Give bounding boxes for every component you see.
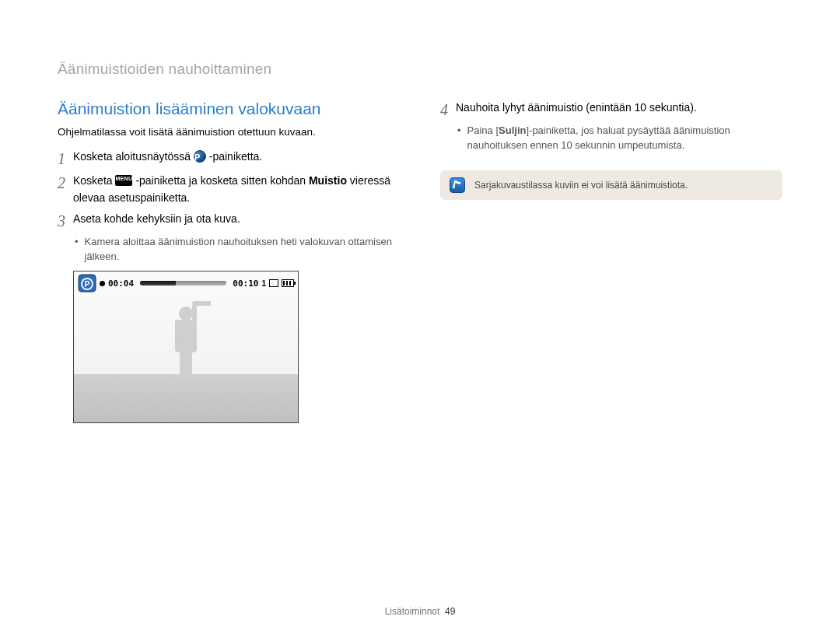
- step-1: 1 Kosketa aloitusnäytössä P -painiketta.: [58, 149, 411, 168]
- camera-preview-figure: P 00:04 00:10 1: [73, 271, 299, 423]
- battery-icon: [282, 279, 294, 287]
- info-icon: [450, 177, 465, 193]
- camera-shot-count: 1: [261, 279, 266, 288]
- section-title: Äänimuistion lisääminen valokuvaan: [58, 100, 411, 118]
- menu-icon: MENU: [115, 175, 132, 186]
- step-number: 1: [58, 149, 73, 168]
- step-3: 3 Aseta kohde kehyksiin ja ota kuva.: [58, 211, 411, 230]
- camera-time-elapsed: 00:04: [108, 278, 134, 289]
- step4-bullet-bold: Suljin: [499, 124, 526, 136]
- step3-text: Aseta kohde kehyksiin ja ota kuva.: [73, 212, 240, 225]
- camera-mode-p-icon: P: [78, 274, 96, 292]
- record-dot-icon: [100, 281, 105, 286]
- step2-pre: Kosketa: [73, 174, 115, 187]
- note-text: Sarjakuvaustilassa kuviin ei voi lisätä …: [474, 180, 688, 191]
- svg-text:P: P: [85, 280, 90, 289]
- step-number: 2: [58, 173, 73, 192]
- info-note: Sarjakuvaustilassa kuviin ei voi lisätä …: [440, 170, 782, 200]
- step1-pre: Kosketa aloitusnäytössä: [73, 150, 194, 163]
- svg-point-0: [179, 306, 193, 321]
- camera-time-total: 00:10: [233, 278, 258, 289]
- step4-bullet: Paina [Suljin]-painiketta, jos haluat py…: [440, 124, 782, 153]
- step4-bullet-pre: Paina [: [467, 124, 499, 136]
- intro-text: Ohjelmatilassa voit lisätä äänimuistion …: [58, 126, 411, 138]
- step-2: 2 Kosketa MENU -painiketta ja kosketa si…: [58, 173, 411, 206]
- page-header: Äänimuistioiden nauhoittaminen: [58, 61, 782, 78]
- footer-section: Lisätoiminnot: [385, 606, 440, 617]
- step2-bold: Muistio: [309, 174, 347, 187]
- svg-rect-1: [192, 304, 197, 324]
- p-mode-icon: P: [194, 150, 206, 163]
- step4-text: Nauhoita lyhyt äänimuistio (enintään 10 …: [456, 101, 697, 114]
- step-number: 3: [58, 212, 73, 230]
- svg-rect-2: [175, 320, 180, 340]
- step3-bullet-text: Kamera aloittaa äänimuistion nauhoitukse…: [85, 235, 411, 264]
- subject-silhouette: [161, 301, 211, 379]
- step1-post: -painiketta.: [209, 150, 262, 163]
- step2-mid: -painiketta ja kosketa sitten kohdan: [135, 174, 309, 187]
- page-footer: Lisätoiminnot 49: [0, 606, 840, 617]
- step3-bullet: Kamera aloittaa äänimuistion nauhoitukse…: [58, 235, 411, 264]
- camera-progress-bar: [140, 281, 226, 285]
- storage-icon: [269, 279, 278, 287]
- footer-page-number: 49: [445, 606, 455, 617]
- step-4: 4 Nauhoita lyhyt äänimuistio (enintään 1…: [440, 100, 782, 119]
- svg-rect-3: [192, 301, 211, 306]
- step-number: 4: [440, 100, 456, 119]
